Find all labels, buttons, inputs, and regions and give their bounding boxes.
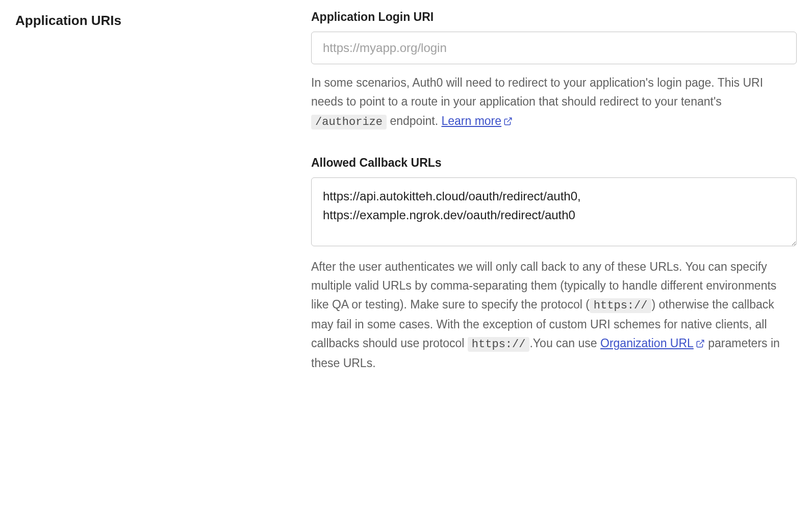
learn-more-text: Learn more: [441, 114, 501, 127]
authorize-code: /authorize: [311, 115, 387, 130]
https-code: https://: [590, 298, 652, 313]
application-uris-section: Application URIs Application Login URI I…: [15, 10, 797, 398]
fields-column: Application Login URI In some scenarios,…: [311, 10, 797, 398]
allowed-callback-urls-label: Allowed Callback URLs: [311, 156, 797, 170]
help-text-segment: .You can use: [529, 337, 600, 350]
svg-line-0: [508, 118, 512, 122]
allowed-callback-urls-group: Allowed Callback URLs After the user aut…: [311, 156, 797, 373]
application-login-uri-group: Application Login URI In some scenarios,…: [311, 10, 797, 132]
section-heading: Application URIs: [15, 13, 291, 29]
organization-url-text: Organization URL: [600, 337, 694, 350]
learn-more-link[interactable]: Learn more: [441, 114, 513, 127]
application-login-uri-input[interactable]: [311, 32, 797, 64]
allowed-callback-urls-help: After the user authenticates we will onl…: [311, 257, 797, 373]
svg-line-1: [699, 340, 703, 344]
section-label-column: Application URIs: [15, 10, 291, 398]
external-link-icon: [696, 335, 705, 354]
external-link-icon: [503, 113, 513, 132]
help-text-segment: In some scenarios, Auth0 will need to re…: [311, 76, 763, 108]
help-text-segment: endpoint.: [387, 114, 441, 127]
allowed-callback-urls-input[interactable]: [311, 177, 797, 246]
application-login-uri-help: In some scenarios, Auth0 will need to re…: [311, 73, 797, 132]
https-code: https://: [468, 337, 530, 352]
organization-url-link[interactable]: Organization URL: [600, 337, 705, 350]
application-login-uri-label: Application Login URI: [311, 10, 797, 24]
